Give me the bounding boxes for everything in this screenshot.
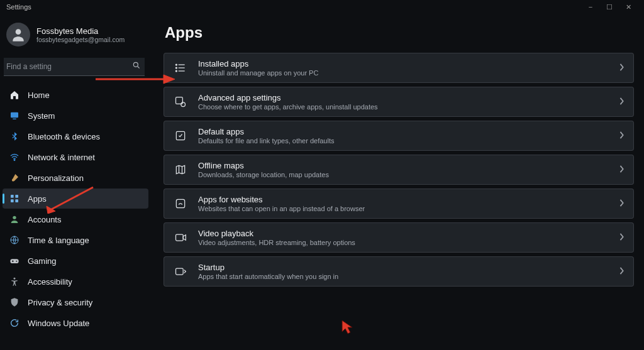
sidebar-item-label: Personalization <box>28 173 84 183</box>
card-desc: Defaults for file and link types, other … <box>198 137 609 145</box>
sidebar-item-label: Privacy & security <box>28 298 92 307</box>
profile-email: fossbytesgadgets@gmail.com <box>36 36 125 43</box>
card-title: Installed apps <box>198 59 609 68</box>
card-list: Installed apps Uninstall and manage apps… <box>164 53 634 287</box>
card-video-playback[interactable]: Video playback Video adjustments, HDR st… <box>164 222 634 253</box>
svg-point-13 <box>16 261 17 262</box>
chevron-right-icon <box>619 96 625 107</box>
card-desc: Websites that can open in an app instead… <box>198 205 609 212</box>
sidebar-item-accessibility[interactable]: Accessibility <box>3 271 148 292</box>
window-title: Settings <box>6 3 31 11</box>
card-desc: Choose where to get apps, archive apps, … <box>198 103 609 111</box>
sidebar-item-label: Apps <box>28 194 47 204</box>
chevron-right-icon <box>619 62 625 74</box>
card-title: Startup <box>198 263 609 272</box>
page-title: Apps <box>165 24 634 41</box>
sidebar-item-gaming[interactable]: Gaming <box>3 251 148 271</box>
accounts-icon <box>9 214 20 224</box>
settings-app-icon <box>173 96 188 108</box>
svg-rect-31 <box>176 268 184 275</box>
svg-rect-7 <box>15 195 18 198</box>
card-title: Offline maps <box>198 161 609 170</box>
maximize-button[interactable]: ☐ <box>600 3 619 11</box>
svg-point-16 <box>14 278 16 280</box>
sidebar-item-label: Time & language <box>28 236 89 245</box>
card-title: Advanced app settings <box>198 93 609 102</box>
sidebar-item-time-language[interactable]: Time & language <box>3 230 148 250</box>
svg-point-5 <box>14 160 15 161</box>
search-input[interactable] <box>4 58 145 76</box>
svg-point-21 <box>175 67 177 68</box>
search-wrap <box>4 58 145 76</box>
globe-icon <box>9 235 20 245</box>
chevron-right-icon <box>619 266 625 277</box>
minimize-button[interactable]: − <box>581 3 600 11</box>
card-startup[interactable]: Startup Apps that start automatically wh… <box>164 256 634 287</box>
sidebar-item-accounts[interactable]: Accounts <box>3 209 148 229</box>
svg-point-10 <box>13 216 16 219</box>
svg-rect-15 <box>13 260 13 262</box>
card-desc: Video adjustments, HDR streaming, batter… <box>198 239 609 246</box>
startup-icon <box>173 265 188 278</box>
chevron-right-icon <box>619 198 625 209</box>
sidebar-item-privacy[interactable]: Privacy & security <box>3 292 148 312</box>
svg-point-0 <box>16 29 21 35</box>
gaming-icon <box>9 256 20 266</box>
sidebar-item-network[interactable]: Network & internet <box>3 147 148 167</box>
svg-point-24 <box>181 102 186 107</box>
search-icon <box>132 61 141 72</box>
sidebar-item-label: System <box>28 111 55 121</box>
main-content: Apps Installed apps Uninstall and manage… <box>151 14 644 350</box>
link-app-icon <box>173 197 188 210</box>
sidebar-item-system[interactable]: System <box>3 106 148 126</box>
svg-rect-3 <box>11 112 18 118</box>
svg-rect-9 <box>15 199 18 202</box>
update-icon <box>9 318 20 328</box>
sidebar-item-label: Windows Update <box>28 319 89 328</box>
wifi-icon <box>9 152 20 162</box>
card-desc: Apps that start automatically when you s… <box>198 273 609 280</box>
card-title: Default apps <box>198 127 609 136</box>
sidebar-nav: Home System Bluetooth & devices Network … <box>3 85 148 333</box>
card-advanced-app-settings[interactable]: Advanced app settings Choose where to ge… <box>164 87 634 117</box>
svg-rect-8 <box>11 199 14 202</box>
home-icon <box>9 90 20 100</box>
card-installed-apps[interactable]: Installed apps Uninstall and manage apps… <box>164 53 634 83</box>
svg-rect-4 <box>13 119 16 119</box>
sidebar-item-label: Gaming <box>28 256 57 266</box>
svg-rect-29 <box>176 234 184 241</box>
sidebar-item-label: Accessibility <box>28 277 72 287</box>
chevron-right-icon <box>619 164 625 175</box>
sidebar-item-personalization[interactable]: Personalization <box>3 168 148 188</box>
person-icon <box>10 26 26 43</box>
sidebar-item-windows-update[interactable]: Windows Update <box>3 313 148 333</box>
svg-rect-12 <box>10 259 18 263</box>
card-title: Apps for websites <box>198 195 609 204</box>
sidebar-item-home[interactable]: Home <box>3 85 148 105</box>
card-offline-maps[interactable]: Offline maps Downloads, storage location… <box>164 155 634 185</box>
chevron-right-icon <box>619 130 625 141</box>
card-apps-for-websites[interactable]: Apps for websites Websites that can open… <box>164 189 634 219</box>
apps-icon <box>9 194 20 204</box>
sidebar: Fossbytes Media fossbytesgadgets@gmail.c… <box>0 14 151 350</box>
sidebar-item-bluetooth[interactable]: Bluetooth & devices <box>3 126 148 146</box>
sidebar-item-apps[interactable]: Apps <box>3 189 148 209</box>
sidebar-item-label: Home <box>28 90 50 100</box>
svg-rect-6 <box>11 195 14 198</box>
shield-icon <box>9 297 20 307</box>
card-desc: Uninstall and manage apps on your PC <box>198 69 609 77</box>
profile-block[interactable]: Fossbytes Media fossbytesgadgets@gmail.c… <box>3 19 148 53</box>
sidebar-item-label: Bluetooth & devices <box>28 132 100 141</box>
titlebar: Settings − ☐ ✕ <box>0 0 644 14</box>
sidebar-item-label: Network & internet <box>28 153 95 162</box>
profile-name: Fossbytes Media <box>36 26 125 36</box>
card-default-apps[interactable]: Default apps Defaults for file and link … <box>164 121 634 151</box>
list-icon <box>173 62 188 74</box>
svg-point-1 <box>133 62 138 67</box>
video-icon <box>173 231 188 244</box>
close-button[interactable]: ✕ <box>619 3 638 11</box>
svg-point-20 <box>175 64 177 65</box>
svg-point-22 <box>175 70 177 72</box>
card-desc: Downloads, storage location, map updates <box>198 171 609 178</box>
bluetooth-icon <box>9 131 20 141</box>
